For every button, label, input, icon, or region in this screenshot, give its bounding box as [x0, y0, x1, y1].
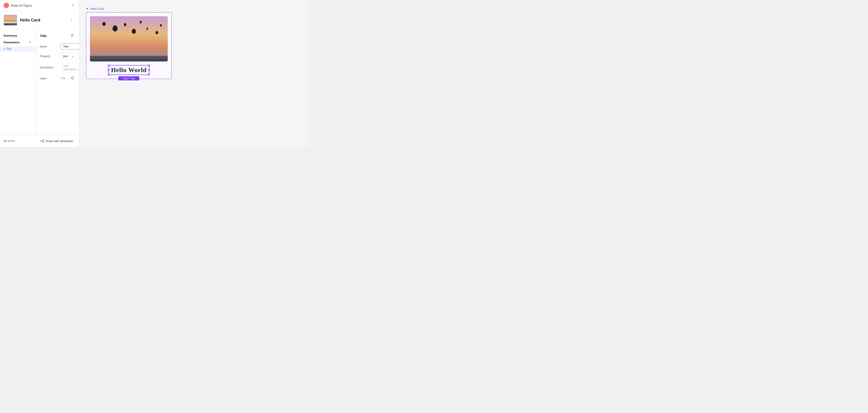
sidebar: Summary Parameters + T Title	[0, 29, 36, 135]
close-button[interactable]: ×	[70, 3, 75, 8]
panel-header: Relay for Figma ×	[0, 0, 79, 11]
component-header: Hello World Hello Card ⋮	[0, 11, 79, 29]
delete-button[interactable]	[69, 33, 75, 39]
name-field-row: Name	[40, 43, 75, 50]
svg-line-11	[41, 141, 43, 142]
share-label: Share with developer	[45, 139, 73, 143]
panel-body: Summary Parameters + T Title Title	[0, 29, 79, 135]
property-select[interactable]: text-content visible component	[60, 53, 75, 59]
more-options-button[interactable]: ⋮	[68, 17, 75, 24]
handle-br	[148, 74, 150, 75]
left-panel: Relay for Figma × Hello World Hello Card…	[0, 0, 79, 147]
property-label: Property	[40, 55, 58, 58]
property-select-wrap: text-content visible component ▾	[60, 53, 75, 59]
svg-point-9	[43, 142, 44, 142]
card-image-background	[90, 16, 168, 61]
balloon-8	[160, 24, 162, 26]
name-input[interactable]	[60, 43, 79, 50]
panel-header-left: Relay for Figma	[4, 3, 32, 8]
detail-panel: Title Name Property text-content v	[36, 29, 79, 135]
svg-point-8	[41, 140, 41, 141]
share-button[interactable]: Share with developer	[38, 138, 75, 144]
card-image-wrapper	[90, 16, 168, 61]
sidebar-item-title[interactable]: T Title	[0, 46, 36, 52]
add-parameter-button[interactable]: +	[28, 40, 32, 44]
hello-world-text: Hello World	[111, 66, 147, 73]
layer-label: Layer	[40, 77, 58, 80]
card-name-label: Hello Card	[90, 7, 104, 10]
handle-bl	[108, 74, 110, 75]
hug-badge: Hug × Hug	[118, 76, 139, 81]
component-header-left: Hello World Hello Card	[4, 15, 40, 26]
hug-badge-label: Hug × Hug	[123, 77, 135, 80]
balloon-2	[102, 22, 105, 26]
card-label-row: ✦ Hello Card	[86, 7, 302, 10]
text-icon: T	[4, 48, 5, 51]
no-errors-label: No errors	[4, 139, 15, 142]
hello-world-selection-box[interactable]: Hello World Hug × Hug	[108, 65, 149, 75]
hello-card-container: Hello World Hug × Hug	[86, 12, 172, 79]
balloon-7	[156, 31, 158, 34]
canvas-area: ✦ Hello Card	[79, 0, 309, 147]
layer-field-row: Layer Title	[40, 76, 75, 81]
description-label: Description	[40, 66, 58, 69]
sidebar-item-label: Title	[6, 47, 11, 51]
component-indicator-icon: ✦	[86, 7, 89, 10]
component-name: Hello Card	[20, 18, 40, 23]
trash-icon	[71, 34, 74, 37]
svg-point-2	[72, 77, 73, 78]
svg-point-7	[43, 139, 44, 140]
panel-footer: No errors Share with developer	[0, 135, 79, 147]
name-label: Name	[40, 45, 58, 48]
relay-logo	[4, 3, 9, 8]
handle-tr	[148, 65, 150, 66]
handle-tl	[108, 65, 110, 66]
detail-title: Title	[40, 34, 47, 38]
ground-strip	[90, 56, 168, 61]
balloon-5	[140, 21, 142, 23]
component-thumbnail: Hello World	[4, 15, 17, 26]
app-title: Relay for Figma	[11, 4, 32, 7]
target-layer-button[interactable]	[70, 76, 75, 81]
description-input[interactable]: Add description	[60, 63, 79, 72]
handle-mr	[148, 69, 150, 71]
balloon-1	[113, 25, 118, 31]
hello-world-text-wrapper: Hello World Hug × Hug	[90, 65, 168, 75]
balloon-6	[147, 28, 148, 30]
thumb-text: Hello World	[4, 24, 10, 25]
detail-header: Title	[40, 33, 75, 39]
property-field-row: Property text-content visible component …	[40, 53, 75, 59]
svg-line-10	[41, 140, 43, 141]
description-field-row: Description Add description	[40, 63, 75, 72]
share-icon	[40, 139, 44, 143]
parameters-section-header: Parameters +	[0, 39, 36, 46]
parameters-label: Parameters	[4, 41, 20, 44]
summary-nav[interactable]: Summary	[0, 33, 36, 39]
handle-ml	[108, 69, 110, 71]
balloon-3	[124, 23, 126, 26]
balloon-4	[132, 29, 136, 34]
target-icon	[71, 76, 74, 80]
thumb-sky	[4, 15, 17, 22]
layer-value: Title	[60, 76, 68, 80]
